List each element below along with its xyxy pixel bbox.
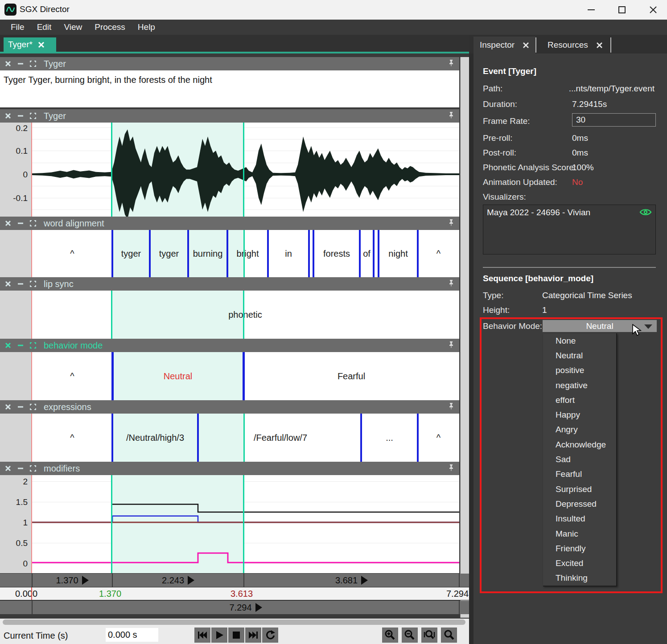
pin-icon[interactable] — [448, 219, 455, 228]
close-track-icon[interactable] — [4, 220, 12, 227]
minimize-track-icon[interactable] — [17, 60, 24, 67]
word-boundary-line[interactable] — [187, 230, 189, 277]
minimize-track-icon[interactable] — [17, 280, 24, 287]
selection-end-line[interactable] — [243, 414, 245, 462]
lip-sync-content[interactable]: phonetic — [0, 291, 459, 339]
dropdown-item-sad[interactable]: Sad — [543, 452, 616, 467]
zoom-selection-button[interactable] — [441, 628, 457, 643]
segment-duration[interactable]: 2.243 — [112, 574, 244, 587]
total-duration-bar[interactable]: 7.294 — [0, 601, 469, 614]
dropdown-item-manic[interactable]: Manic — [543, 526, 616, 541]
expand-track-icon[interactable] — [29, 60, 37, 67]
tab-close-icon[interactable] — [38, 41, 45, 48]
word-cell[interactable]: ^ — [32, 230, 112, 277]
expression-cell[interactable]: /Neutral/high/3 — [112, 414, 198, 462]
segment-duration[interactable]: 3.681 — [244, 574, 459, 587]
expand-track-icon[interactable] — [29, 403, 37, 410]
modifiers-content[interactable]: 2 1.5 1 0.5 0 — [0, 475, 459, 573]
word-cell[interactable]: bright — [227, 230, 268, 277]
behavior-cell-selected[interactable]: Neutral — [112, 352, 243, 400]
selection-start-line[interactable] — [111, 123, 112, 217]
text-track-content[interactable]: Tyger Tyger, burning bright, in the fore… — [0, 70, 459, 107]
behavior-cell[interactable]: Fearful — [243, 352, 459, 400]
word-cell[interactable]: in — [268, 230, 309, 277]
segment-boundary-line[interactable] — [360, 414, 362, 462]
word-boundary-line[interactable] — [378, 230, 379, 277]
expand-track-icon[interactable] — [29, 220, 37, 227]
word-boundary-line[interactable] — [267, 230, 269, 277]
behavior-cell[interactable]: ^ — [32, 352, 112, 400]
play-all-icon[interactable] — [255, 603, 262, 612]
segment-duration[interactable]: 1.370 — [32, 574, 112, 587]
waveform-track-content[interactable]: 0.2 0.1 0 -0.1 — [0, 123, 459, 217]
behavior-mode-content[interactable]: ^ Neutral Fearful — [0, 352, 459, 400]
segment-boundary-line[interactable] — [243, 352, 245, 400]
word-cell[interactable]: of — [360, 230, 374, 277]
zoom-in-button[interactable] — [382, 628, 398, 643]
word-cell[interactable]: tyger — [150, 230, 188, 277]
dropdown-item-angry[interactable]: Angry — [543, 422, 616, 437]
close-track-icon[interactable] — [4, 403, 12, 410]
dropdown-item-thinking[interactable]: Thinking — [543, 571, 616, 586]
segment-duration-bar[interactable]: 1.370 2.243 3.681 — [0, 574, 469, 587]
pin-icon[interactable] — [448, 59, 455, 68]
visualizer-item[interactable]: Maya 2022 - 24696 - Vivian — [487, 208, 590, 217]
visualizers-list[interactable]: Maya 2022 - 24696 - Vivian — [483, 205, 656, 254]
minimize-track-icon[interactable] — [17, 220, 24, 227]
expression-cell[interactable]: /Fearful/low/7 — [244, 414, 317, 462]
pin-icon[interactable] — [448, 111, 455, 120]
pin-icon[interactable] — [448, 402, 455, 411]
segment-boundary-line[interactable] — [111, 414, 113, 462]
resources-tab-close-icon[interactable] — [596, 42, 603, 49]
behavior-mode-combobox[interactable]: Neutral — [543, 320, 657, 332]
selection-end-line[interactable] — [243, 123, 244, 217]
dropdown-item-effort[interactable]: effort — [543, 393, 616, 407]
zoom-fit-button[interactable] — [421, 628, 437, 643]
pin-icon[interactable] — [448, 464, 455, 473]
segment-boundary-line[interactable] — [197, 414, 199, 462]
expand-track-icon[interactable] — [29, 342, 37, 349]
close-window-button[interactable] — [639, 0, 667, 20]
play-button[interactable] — [211, 628, 227, 643]
minimize-track-icon[interactable] — [17, 112, 24, 119]
phonetic-segment-label[interactable]: phonetic — [214, 291, 276, 339]
expand-track-icon[interactable] — [29, 465, 37, 472]
menu-edit[interactable]: Edit — [31, 20, 58, 35]
close-track-icon[interactable] — [4, 60, 12, 67]
skip-to-end-button[interactable] — [245, 628, 261, 643]
panel-divider[interactable] — [469, 53, 473, 644]
tab-resources[interactable]: Resources — [541, 37, 609, 53]
play-segment-icon[interactable] — [82, 576, 89, 585]
play-segment-icon[interactable] — [188, 576, 194, 585]
selection-end-line[interactable] — [243, 291, 244, 339]
vertical-scrollbar[interactable] — [460, 57, 469, 618]
minimize-track-icon[interactable] — [17, 403, 24, 410]
close-track-icon[interactable] — [4, 465, 12, 472]
dropdown-item-happy[interactable]: Happy — [543, 407, 616, 422]
word-boundary-line[interactable] — [226, 230, 228, 277]
dropdown-item-insulted[interactable]: Insulted — [543, 512, 616, 526]
expression-cell[interactable]: ^ — [32, 414, 112, 462]
word-boundary-line[interactable] — [359, 230, 361, 277]
word-boundary-line[interactable] — [373, 230, 375, 277]
frame-rate-input[interactable]: 30 — [572, 113, 656, 127]
word-boundary-line[interactable] — [111, 230, 113, 277]
minimize-track-icon[interactable] — [17, 342, 24, 349]
word-alignment-content[interactable]: ^ tyger tyger burning bright in forests … — [0, 230, 459, 277]
maximize-window-button[interactable] — [608, 0, 636, 20]
menu-file[interactable]: File — [4, 20, 31, 35]
dropdown-item-neutral[interactable]: Neutral — [543, 348, 616, 363]
expand-track-icon[interactable] — [29, 112, 37, 119]
dropdown-item-surprised[interactable]: Surprised — [543, 482, 616, 496]
word-cell[interactable]: ^ — [418, 230, 459, 277]
word-cell[interactable]: night — [379, 230, 418, 277]
word-cell[interactable]: burning — [188, 230, 227, 277]
close-track-icon[interactable] — [4, 342, 12, 349]
stop-button[interactable] — [228, 628, 244, 643]
skip-to-start-button[interactable] — [194, 628, 210, 643]
visibility-eye-icon[interactable] — [639, 207, 652, 217]
expression-cell[interactable]: ... — [361, 414, 418, 462]
selection-end-line[interactable] — [243, 230, 245, 277]
minimize-window-button[interactable] — [577, 0, 605, 20]
pin-icon[interactable] — [448, 279, 455, 288]
